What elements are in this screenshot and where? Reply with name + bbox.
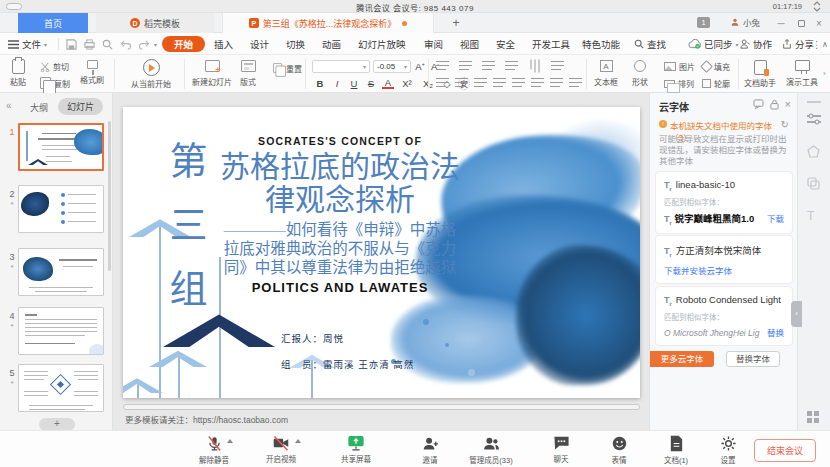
outline-button[interactable]: 轮廓 [702,78,730,89]
tab-slideshow[interactable]: 幻灯片放映 [358,33,406,55]
toolbar-expand-icon[interactable]: › [823,69,826,78]
italic-button[interactable]: I [331,78,343,89]
tab-start[interactable]: 开始 [162,36,205,52]
replace-font-button[interactable]: 替换字体 [726,351,780,367]
text-panel-icon[interactable]: T [807,209,814,223]
shapes-button[interactable]: 形状 [632,60,648,87]
new-tab-button[interactable]: + [446,13,466,33]
download-install-link[interactable]: 下载并安装云字体 [664,264,784,276]
toolbar-options-icon[interactable]: ▾ [154,33,157,55]
slide-group-title[interactable]: 第三组 [163,141,207,333]
superscript-button[interactable]: X² [399,78,415,89]
lock-icon[interactable] [770,99,779,110]
reset-button[interactable]: 重置 [272,62,302,74]
preview-button[interactable] [102,33,113,55]
font-color-button[interactable]: A [382,78,394,89]
drag-handle[interactable] [807,101,821,103]
align-left-icon[interactable] [436,78,449,88]
format-painter-button[interactable]: 格式刷 [80,60,104,85]
new-slide-button[interactable]: 新建幻灯片 [192,60,232,87]
tab-home[interactable]: 首页 [18,13,88,33]
picture-button[interactable]: 图片 [664,61,695,72]
sidebar-scrollbar[interactable] [108,121,111,271]
slide-thumbnail-2[interactable] [18,185,104,233]
feedback-icon[interactable] [753,99,764,109]
justify-icon[interactable] [493,78,506,88]
doc-assistant-button[interactable]: 文档助手 [744,60,776,88]
font-name-select[interactable]: ▾ [312,60,370,73]
close-button[interactable]: × [810,13,828,33]
shape-panel-icon[interactable] [807,145,820,158]
share-button[interactable]: 分享 [782,33,814,55]
grow-font-button[interactable]: A+ [414,61,426,72]
replace-link[interactable]: 替换 [767,326,784,338]
find-button[interactable]: 查找 [634,33,666,55]
sync-status[interactable]: 已同步▾ [688,33,739,55]
numbered-list-icon[interactable] [459,61,472,71]
app-grid-icon[interactable] [807,411,819,423]
bold-button[interactable]: B [314,78,326,89]
mic-options-icon[interactable] [227,439,233,443]
font-size-select[interactable]: -0.05▾ [373,60,411,73]
textbox-button[interactable]: A文本框 [594,60,618,87]
tab-features[interactable]: 特色功能 [582,33,620,55]
tab-security[interactable]: 安全 [496,33,515,55]
minimize-button[interactable]: ─ [772,13,790,33]
collapse-panel-icon[interactable]: « [6,100,12,111]
paste-button[interactable]: 粘贴 [10,59,26,87]
more-menu-icon[interactable]: ⋮ [812,33,822,55]
layout-button[interactable]: 版式 [240,60,256,87]
tab-docer[interactable]: D 稻壳模板 [96,13,214,33]
close-panel-icon[interactable]: × [785,98,791,110]
redo-button[interactable] [138,33,150,55]
columns-icon[interactable] [531,78,544,88]
restore-button[interactable] [792,13,810,33]
strikethrough-button[interactable]: S [365,78,377,89]
layers-panel-icon[interactable] [807,177,820,190]
tab-slides[interactable]: 幻灯片 [58,98,103,115]
align-center-icon[interactable] [455,78,468,88]
tab-design[interactable]: 设计 [250,33,269,55]
slide-thumbnail-3[interactable] [18,248,104,296]
print-button[interactable] [84,33,95,55]
present-tools-button[interactable]: 演示工具 [786,60,818,87]
more-cloud-fonts-button[interactable]: 更多云字体 [650,351,714,367]
collaborate-button[interactable]: 协作 [740,33,772,55]
emoji-button[interactable]: 表情 [595,435,643,465]
cut-button[interactable]: 剪切 [40,61,69,72]
increase-indent-icon[interactable] [505,61,518,71]
refresh-icon[interactable]: ↻ [781,119,789,130]
bullet-list-icon[interactable] [436,61,449,71]
horizontal-scrollbar[interactable] [123,404,640,410]
tab-transition[interactable]: 切换 [286,33,305,55]
paragraph-icon[interactable] [550,78,563,88]
slide-thumbnail-1[interactable] [18,123,104,171]
text-direction-icon[interactable] [530,60,540,73]
slide-thumbnail-4[interactable] [18,307,104,355]
save-button[interactable] [66,33,77,55]
tab-review[interactable]: 审阅 [424,33,443,55]
tab-animation[interactable]: 动画 [322,33,341,55]
copy-button[interactable]: 复制 [40,77,70,89]
play-from-current-button[interactable]: 从当前开始 [122,59,180,89]
undo-button[interactable] [120,33,132,55]
end-meeting-button[interactable]: 结束会议 [754,439,816,462]
notification-badge[interactable]: 1 [697,17,710,28]
distribute-icon[interactable] [512,78,525,88]
slide-title-block[interactable]: SOCRATES'S CONCEPT OF 苏格拉底的政治法 律观念探析 ———… [209,135,471,295]
file-menu[interactable]: 文件▾ [8,33,47,55]
object-properties-icon[interactable] [807,113,821,126]
text-tools-icon[interactable] [569,78,582,88]
settings-button[interactable]: 设置 [704,435,752,465]
tab-view[interactable]: 视图 [460,33,479,55]
manage-members-button[interactable]: 管理成员(33) [462,435,520,465]
user-account[interactable]: 小兔 [730,16,760,28]
tab-outline[interactable]: 大纲 [30,101,48,114]
expand-icon[interactable] [812,1,822,12]
slide-members[interactable]: 组 员：雷雨溪 王亦清 高然 [281,357,414,371]
invite-button[interactable]: 邀请 [406,435,454,465]
video-options-icon[interactable] [295,439,301,443]
underline-button[interactable]: U [348,78,360,89]
slide-presenter[interactable]: 汇报人：周悦 [281,331,344,345]
tab-insert[interactable]: 插入 [214,33,233,55]
